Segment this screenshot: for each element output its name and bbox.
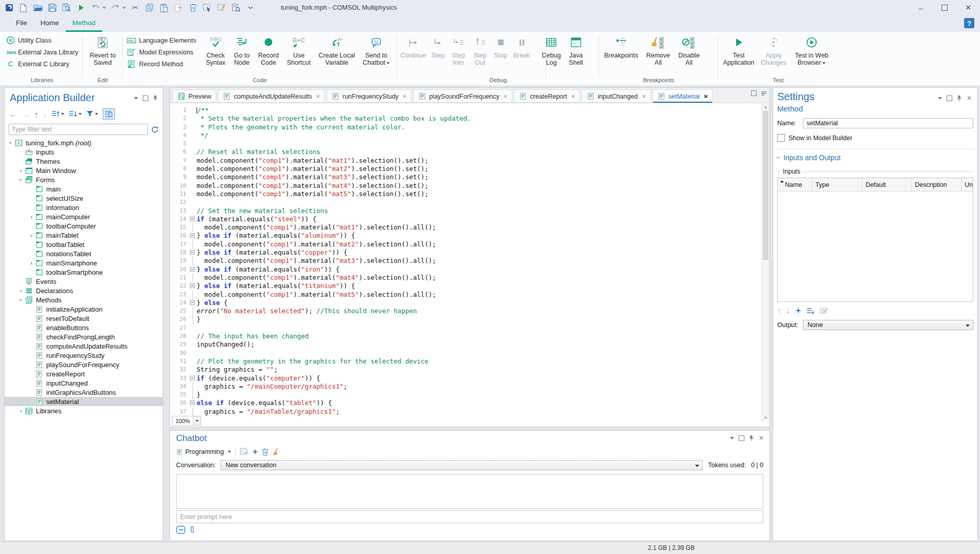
utility-class-button[interactable]: Utility Class [3,34,81,46]
panel-menu-icon[interactable] [761,90,767,97]
tree-item-Methods[interactable]: ›Methods [5,295,163,304]
inputs-table[interactable]: ▸▸Name Type Default Description Un [777,178,973,302]
close-tab-icon[interactable]: × [704,92,708,100]
fold-marker-icon[interactable] [190,233,195,238]
method-name-input[interactable] [803,118,973,128]
show-in-model-builder-checkbox[interactable] [777,134,785,142]
collapse-all-button[interactable] [69,109,82,119]
scroll-up-icon[interactable]: ▲ [762,104,770,110]
fold-marker-icon[interactable] [190,300,195,305]
redo-button[interactable] [109,2,121,14]
close-button[interactable]: ✕ [956,0,980,15]
model-expressions-button[interactable]: a= Model Expressions [124,46,202,58]
tree-item-Themes[interactable]: Themes [5,157,163,166]
tree-item-Forms[interactable]: ›Forms [5,175,163,184]
editor-tab-setMaterial[interactable]: setMaterial× [652,89,713,103]
fold-marker-icon[interactable] [190,250,195,255]
tree-item-mainComputer[interactable]: ›mainComputer [5,212,163,221]
paste-button[interactable] [158,2,170,14]
scrollbar-thumb[interactable] [763,111,768,260]
insert-to-shell-icon[interactable]: >_ [240,448,248,456]
add-input-icon[interactable]: + [796,308,801,314]
zoom-caret-icon[interactable] [193,416,201,425]
chatbot-prompt-input[interactable] [177,513,763,521]
tab-method[interactable]: Method [66,15,102,32]
panel-dropdown-icon[interactable] [938,97,942,100]
zoom-select-button[interactable] [201,2,213,14]
breakpoints-button[interactable]: Breakpoints [600,32,642,59]
expand-chevron-icon[interactable]: › [28,232,34,238]
cut-button[interactable]: ✂ [129,2,141,14]
tree-item-createReport[interactable]: createReport [5,369,163,378]
tree-item-Main Window[interactable]: ›Main Window [5,166,163,175]
tree-item-tuning_fork.mph[interactable]: ›Atuning_fork.mph (root) [5,138,163,147]
tree-item-playSoundForFrequency[interactable]: playSoundForFrequency [5,360,163,369]
tree-item-setMaterial[interactable]: setMaterial [5,397,163,406]
tab-home[interactable]: Home [34,15,66,32]
use-shortcut-button[interactable]: B+C Use Shortcut [283,32,315,66]
panel-pin-icon[interactable] [749,435,754,441]
panel-float-icon[interactable] [739,435,744,441]
show-all-code-toggle[interactable] [103,108,115,120]
panel-float-icon[interactable] [751,90,757,96]
tree-item-notationsTablet[interactable]: notationsTablet [5,249,163,258]
create-local-variable-button[interactable]: a=T Create Local Variable [315,32,359,66]
expand-chevron-icon[interactable]: › [18,167,24,174]
panel-close-icon[interactable]: ✕ [966,95,972,101]
close-tab-icon[interactable]: × [504,92,508,100]
open-file-button[interactable] [32,2,44,14]
disable-all-button[interactable]: Disable All [674,32,704,66]
editor-zoom-control[interactable]: 100% [172,416,201,426]
tree-item-Inputs[interactable]: Inputs [5,147,163,157]
tree-item-resetToDefault[interactable]: resetToDefault [5,314,163,323]
debug-log-button[interactable]: Debug Log [538,32,565,66]
close-tab-icon[interactable]: × [402,92,407,100]
clean-select-button[interactable] [216,2,227,14]
tree-filter-input[interactable] [9,124,148,135]
panel-float-icon[interactable] [947,95,952,101]
inputs-and-output-section-header[interactable]: › Inputs and Output [777,148,973,162]
editor-tab-playSoundForFrequency[interactable]: playSoundForFrequency× [413,89,512,103]
undo-dropdown-icon[interactable] [102,2,107,14]
redo-dropdown-icon[interactable] [122,2,127,14]
go-to-node-button[interactable]: Go to Node [229,32,254,66]
tree-item-initializeApplication[interactable]: initializeApplication [5,304,163,314]
tree-item-inputChanged[interactable]: inputChanged [5,378,163,388]
tree-item-selectUISize[interactable]: selectUISize [5,194,163,203]
panel-dropdown-icon[interactable] [730,437,734,440]
tree-item-computeAndUpdateResults[interactable]: computeAndUpdateResults [5,341,163,351]
scroll-down-icon[interactable]: ▼ [762,414,770,421]
expand-chevron-icon[interactable]: › [8,140,14,146]
tree-item-main[interactable]: main [5,184,163,194]
expand-chevron-icon[interactable]: › [28,214,34,220]
editor-tab-computeAndUpdateResults[interactable]: computeAndUpdateResults× [218,89,325,103]
fold-marker-icon[interactable] [190,283,195,288]
delete-button[interactable] [187,2,199,14]
test-application-button[interactable]: Test Application [719,32,758,66]
panel-pin-icon[interactable] [153,95,158,101]
move-row-up-icon[interactable]: ↑ [777,307,781,315]
tree-item-mainSmartphone[interactable]: ›mainSmartphone [5,258,163,268]
copy-button[interactable] [144,2,156,14]
editor-tab-createReport[interactable]: createReport× [514,89,580,103]
filter-button[interactable] [86,109,98,119]
save-button[interactable] [46,2,58,14]
delete-input-icon[interactable] [806,308,814,314]
panel-float-icon[interactable] [143,95,148,101]
editor-scrollbar[interactable]: ▲ ▼ [761,104,770,421]
record-code-button[interactable]: Record Code [254,32,283,66]
chatbot-mode-dropdown[interactable]: Programming [176,448,231,456]
revert-to-saved-button[interactable]: Revert to Saved [85,32,121,66]
expand-chevron-icon[interactable]: › [28,260,34,266]
editor-tab-inputChanged[interactable]: inputChanged× [582,89,650,103]
send-prompt-button[interactable] [176,526,185,534]
send-to-chatbot-button[interactable]: Send to Chatbot [359,32,394,66]
refresh-icon[interactable] [151,126,159,133]
tree-item-enableButtons[interactable]: enableButtons [5,323,163,332]
back-arrow-icon[interactable]: ← [10,109,17,119]
tree-item-toolbarSmartphone[interactable]: toolbarSmartphone [5,268,163,277]
tree-item-toolbarComputer[interactable]: toolbarComputer [5,221,163,231]
run-button[interactable] [75,2,87,14]
new-file-button[interactable] [17,2,29,14]
move-row-down-icon[interactable]: ↓ [786,307,790,315]
